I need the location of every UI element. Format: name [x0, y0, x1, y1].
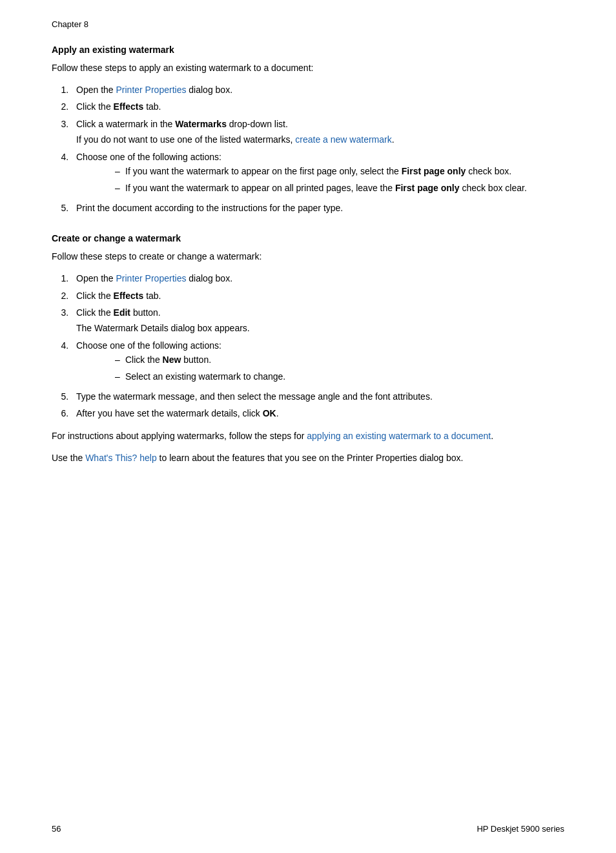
step4-sub1: If you want the watermark to appear on t…: [115, 164, 564, 178]
section1-steps: Open the Printer Properties dialog box. …: [71, 83, 564, 215]
printer-properties-link-2[interactable]: Printer Properties: [116, 273, 187, 283]
printer-properties-link-1[interactable]: Printer Properties: [116, 85, 187, 95]
s2-step4-sublist: Click the New button. Select an existing…: [115, 353, 564, 384]
step4-sublist: If you want the watermark to appear on t…: [115, 164, 564, 196]
s2-step1-item: Open the Printer Properties dialog box.: [71, 271, 564, 285]
page-footer: 56 HP Deskjet 5900 series: [52, 824, 564, 834]
s2-step4-item: Choose one of the following actions: Cli…: [71, 338, 564, 384]
s2-step4-sub2: Select an existing watermark to change.: [115, 369, 564, 384]
section2-para2: Use the What's This? help to learn about…: [52, 451, 564, 465]
applying-existing-watermark-link[interactable]: applying an existing watermark to a docu…: [307, 431, 491, 441]
section2-title: Create or change a watermark: [52, 233, 564, 243]
section1-title: Apply an existing watermark: [52, 45, 564, 55]
step3-note: If you do not want to use one of the lis…: [76, 132, 564, 147]
footer-product-name: HP Deskjet 5900 series: [477, 824, 564, 834]
step4-sub2: If you want the watermark to appear on a…: [115, 181, 564, 195]
s2-step3-note: The Watermark Details dialog box appears…: [76, 321, 564, 335]
section2-steps: Open the Printer Properties dialog box. …: [71, 271, 564, 421]
create-new-watermark-link[interactable]: create a new watermark: [295, 134, 391, 145]
s2-step2-item: Click the Effects tab.: [71, 289, 564, 303]
s2-step6-item: After you have set the watermark details…: [71, 406, 564, 420]
footer-page-number: 56: [52, 824, 61, 834]
whats-this-help-link[interactable]: What's This? help: [85, 453, 157, 463]
section1-intro: Follow these steps to apply an existing …: [52, 61, 564, 75]
s2-step4-sub1: Click the New button.: [115, 353, 564, 367]
s2-step5-item: Type the watermark message, and then sel…: [71, 389, 564, 404]
chapter-label: Chapter 8: [52, 19, 564, 29]
step1-item: Open the Printer Properties dialog box.: [71, 83, 564, 97]
s2-step3-item: Click the Edit button. The Watermark Det…: [71, 305, 564, 336]
step3-item: Click a watermark in the Watermarks drop…: [71, 117, 564, 147]
step4-item: Choose one of the following actions: If …: [71, 150, 564, 196]
section2-para1: For instructions about applying watermar…: [52, 429, 564, 443]
step2-item: Click the Effects tab.: [71, 99, 564, 114]
section2-intro: Follow these steps to create or change a…: [52, 250, 564, 263]
step5-item: Print the document according to the inst…: [71, 201, 564, 215]
